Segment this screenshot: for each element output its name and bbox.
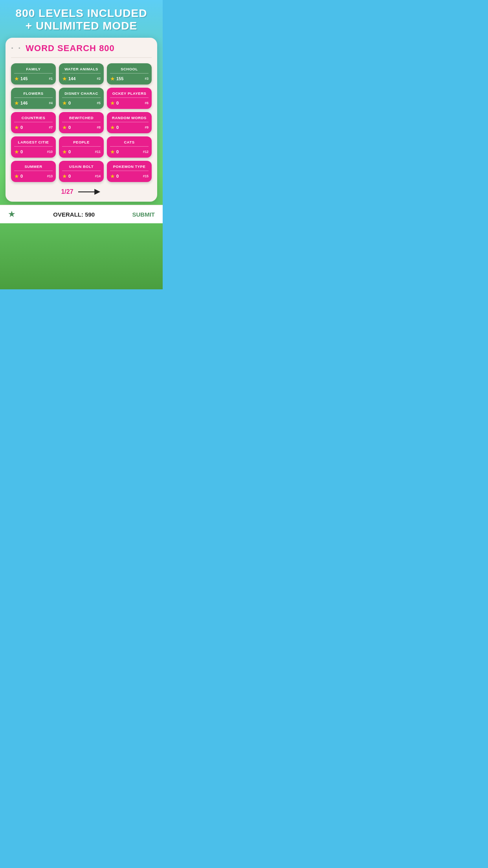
star-icon-7: ★: [14, 124, 19, 131]
category-divider-5: [62, 97, 101, 98]
category-card-7[interactable]: COUNTRIES ★ 0 #7: [11, 112, 56, 133]
category-name-1: FAMILY: [14, 67, 53, 71]
categories-grid: FAMILY ★ 145 #1 WATER ANIMALS ★ 144 #2 S…: [11, 63, 152, 182]
category-name-2: WATER ANIMALS: [62, 67, 101, 71]
star-score-9: ★ 0: [110, 124, 119, 131]
category-bottom-2: ★ 144 #2: [62, 75, 101, 82]
category-bottom-8: ★ 0 #8: [62, 124, 101, 131]
star-score-12: ★ 0: [110, 149, 119, 155]
category-card-10[interactable]: LARGEST CITIE ★ 0 #10: [11, 136, 56, 158]
dots: · ·: [11, 43, 22, 53]
star-icon-9: ★: [110, 124, 115, 131]
category-card-4[interactable]: FLOWERS ★ 146 #4: [11, 88, 56, 109]
star-score-13: ★ 0: [14, 173, 23, 179]
category-name-10: LARGEST CITIE: [14, 140, 53, 144]
level-num-13: #13: [47, 174, 53, 178]
score-2: 144: [68, 76, 75, 81]
category-bottom-3: ★ 155 #3: [110, 75, 149, 82]
star-score-8: ★ 0: [62, 124, 71, 131]
card-title: WORD SEARCH 800: [26, 43, 115, 53]
category-card-9[interactable]: RANDOM WORDS ★ 0 #9: [107, 112, 152, 133]
footer-star-icon: ★: [8, 209, 16, 219]
category-card-15[interactable]: POKEMON TYPE ★ 0 #15: [107, 161, 152, 182]
category-divider-2: [62, 73, 101, 74]
category-name-8: BEWITCHED: [62, 116, 101, 120]
category-name-12: CATS: [110, 140, 149, 144]
category-name-3: SCHOOL: [110, 67, 149, 71]
score-5: 0: [68, 101, 71, 105]
category-divider-13: [14, 171, 53, 171]
score-15: 0: [116, 174, 119, 178]
submit-button[interactable]: SUBMIT: [132, 211, 155, 218]
score-8: 0: [68, 125, 71, 130]
star-icon-12: ★: [110, 149, 115, 155]
category-name-5: DISNEY CHARAC: [62, 91, 101, 96]
svg-marker-1: [94, 189, 100, 195]
star-score-14: ★ 0: [62, 173, 71, 179]
category-divider-15: [110, 171, 149, 171]
next-page-arrow[interactable]: [78, 188, 102, 196]
category-divider-10: [14, 146, 53, 147]
category-card-11[interactable]: PEOPLE ★ 0 #11: [59, 136, 104, 158]
category-divider-6: [110, 97, 149, 98]
star-icon-6: ★: [110, 100, 115, 106]
score-14: 0: [68, 174, 71, 178]
score-9: 0: [116, 125, 119, 130]
page-indicator: 1/27: [61, 188, 73, 195]
category-name-15: POKEMON TYPE: [110, 164, 149, 169]
level-num-1: #1: [49, 77, 53, 81]
category-name-13: SUMMER: [14, 164, 53, 169]
header-line2: + UNLIMITED MODE: [8, 20, 155, 32]
category-name-7: COUNTRIES: [14, 116, 53, 120]
level-num-4: #4: [49, 101, 53, 105]
star-score-3: ★ 155: [110, 75, 123, 82]
star-icon-8: ★: [62, 124, 67, 131]
score-10: 0: [20, 149, 23, 154]
overall-score: OVERALL: 590: [53, 211, 95, 218]
category-divider-4: [14, 97, 53, 98]
category-bottom-10: ★ 0 #10: [14, 149, 53, 155]
level-num-15: #15: [143, 174, 149, 178]
category-card-12[interactable]: CATS ★ 0 #12: [107, 136, 152, 158]
star-score-7: ★ 0: [14, 124, 23, 131]
pagination-row: 1/27: [11, 188, 152, 196]
score-7: 0: [20, 125, 23, 130]
category-card-3[interactable]: SCHOOL ★ 155 #3: [107, 63, 152, 85]
category-bottom-5: ★ 0 #5: [62, 100, 101, 106]
category-card-5[interactable]: DISNEY CHARAC ★ 0 #5: [59, 88, 104, 109]
star-icon-11: ★: [62, 149, 67, 155]
score-4: 146: [20, 101, 28, 105]
category-card-13[interactable]: SUMMER ★ 0 #13: [11, 161, 56, 182]
score-12: 0: [116, 149, 119, 154]
category-card-1[interactable]: FAMILY ★ 145 #1: [11, 63, 56, 85]
category-name-9: RANDOM WORDS: [110, 116, 149, 120]
score-1: 145: [20, 76, 28, 81]
category-bottom-13: ★ 0 #13: [14, 173, 53, 179]
category-bottom-9: ★ 0 #9: [110, 124, 149, 131]
category-name-14: USAIN BOLT: [62, 164, 101, 169]
star-score-1: ★ 145: [14, 75, 28, 82]
category-bottom-12: ★ 0 #12: [110, 149, 149, 155]
category-card-2[interactable]: WATER ANIMALS ★ 144 #2: [59, 63, 104, 85]
star-icon-1: ★: [14, 75, 19, 82]
category-bottom-14: ★ 0 #14: [62, 173, 101, 179]
category-divider-14: [62, 171, 101, 171]
category-card-14[interactable]: USAIN BOLT ★ 0 #14: [59, 161, 104, 182]
category-bottom-15: ★ 0 #15: [110, 173, 149, 179]
level-num-7: #7: [49, 125, 53, 129]
score-6: 0: [116, 101, 119, 105]
category-card-8[interactable]: BEWITCHED ★ 0 #8: [59, 112, 104, 133]
category-bottom-11: ★ 0 #11: [62, 149, 101, 155]
score-3: 155: [116, 76, 123, 81]
category-divider-3: [110, 73, 149, 74]
level-num-8: #8: [97, 125, 101, 129]
category-bottom-4: ★ 146 #4: [14, 100, 53, 106]
category-bottom-1: ★ 145 #1: [14, 75, 53, 82]
star-icon-13: ★: [14, 173, 19, 179]
star-icon-10: ★: [14, 149, 19, 155]
level-num-6: #6: [145, 101, 149, 105]
category-bottom-6: ★ 0 #6: [110, 100, 149, 106]
star-icon-2: ★: [62, 75, 67, 82]
category-card-6[interactable]: OCKEY PLAYERS ★ 0 #6: [107, 88, 152, 109]
star-icon-3: ★: [110, 75, 115, 82]
